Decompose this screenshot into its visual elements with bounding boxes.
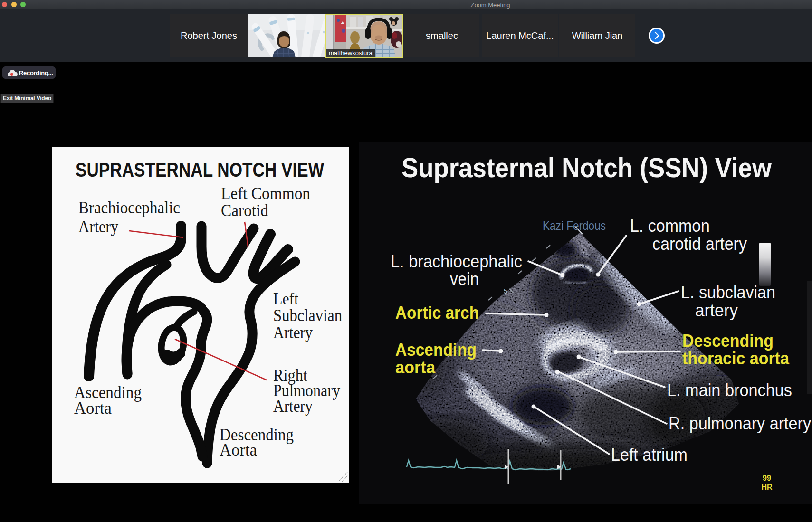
svg-text:L. brachiocephalic: L. brachiocephalic <box>391 252 522 271</box>
svg-text:L. subclavian: L. subclavian <box>681 283 775 302</box>
svg-text:L. common: L. common <box>630 216 710 236</box>
svg-text:SUPRASTERNAL NOTCH VIEW: SUPRASTERNAL NOTCH VIEW <box>76 158 324 181</box>
svg-text:artery: artery <box>695 301 738 320</box>
svg-text:vein: vein <box>450 269 479 289</box>
svg-text:Artery: Artery <box>273 397 313 416</box>
svg-text:Artery: Artery <box>78 218 118 236</box>
svg-text:Suprasternal Notch (SSN) View: Suprasternal Notch (SSN) View <box>401 152 772 183</box>
svg-text:thoracic aorta: thoracic aorta <box>682 349 790 368</box>
svg-text:5: 5 <box>504 287 507 295</box>
svg-text:carotid artery: carotid artery <box>652 234 747 254</box>
svg-text:Left atrium: Left atrium <box>611 445 688 465</box>
svg-text:matthewkostura: matthewkostura <box>329 49 373 57</box>
svg-text:L. main bronchus: L. main bronchus <box>667 380 792 400</box>
svg-text:Aortic arch: Aortic arch <box>395 303 479 323</box>
svg-text:Carotid: Carotid <box>221 201 268 220</box>
svg-text:HR: HR <box>761 483 773 491</box>
svg-text:Brachiocephalic: Brachiocephalic <box>78 199 180 217</box>
svg-text:Left Common: Left Common <box>221 184 310 203</box>
svg-text:R. pulmonary artery: R. pulmonary artery <box>669 414 811 433</box>
svg-text:Artery: Artery <box>273 323 313 342</box>
svg-text:Aorta: Aorta <box>74 399 112 418</box>
svg-text:Ascending: Ascending <box>395 340 477 360</box>
svg-text:Left: Left <box>273 290 298 308</box>
svg-text:Descending: Descending <box>682 331 774 351</box>
svg-text:aorta: aorta <box>395 358 436 377</box>
svg-text:Subclavian: Subclavian <box>273 306 342 325</box>
svg-text:Aorta: Aorta <box>220 441 257 459</box>
svg-text:Kazi Ferdous: Kazi Ferdous <box>543 218 606 233</box>
svg-text:99: 99 <box>763 474 771 482</box>
